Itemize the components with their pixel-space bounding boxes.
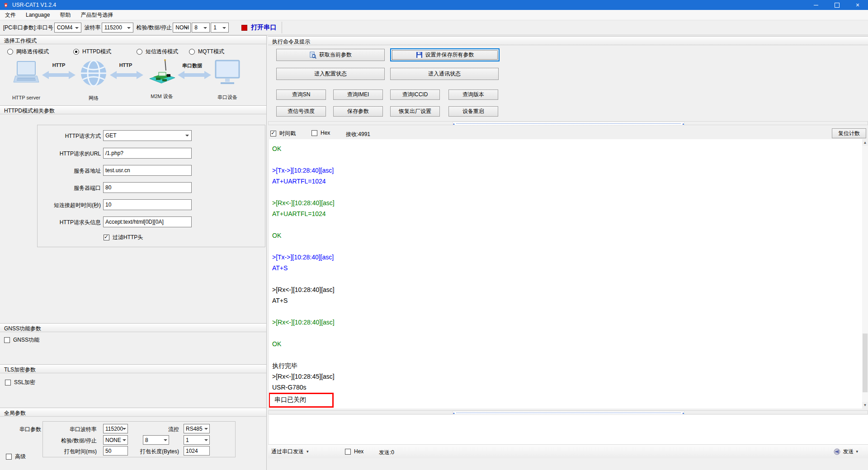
log-line: >[Rx<-][10:28:40][asc] [272, 317, 868, 328]
reset-count-button[interactable]: 复位计数 [832, 128, 866, 138]
scroll-up-button[interactable]: ▲ [862, 139, 868, 146]
field-label: HTTP请求头信息 [38, 219, 101, 226]
global-databits-select[interactable]: 8 [143, 435, 169, 445]
log-bottom-splitter[interactable]: ▴ ▴ [268, 410, 868, 414]
enter-comm-button[interactable]: 进入通讯状态 [390, 68, 499, 80]
log-vertical-scrollbar[interactable]: ▲ ▼ [862, 139, 868, 409]
log-line: AT+S [272, 295, 868, 306]
send-via-dropdown[interactable]: 通过串口发送 ▾ [271, 448, 309, 456]
log-top-splitter[interactable]: ▴ ▴ [268, 121, 868, 125]
enter-config-button[interactable]: 进入配置状态 [276, 68, 385, 80]
open-port-button[interactable]: 打开串口 [241, 24, 276, 32]
close-button[interactable]: × [847, 0, 868, 10]
pack-length-input[interactable]: 1024 [184, 446, 210, 456]
http-method-select[interactable]: GET [103, 130, 192, 141]
filter-http-header-checkbox[interactable]: ✓ 过滤HTTP头 [104, 234, 143, 241]
parity-select[interactable]: NONI [173, 23, 191, 33]
query-version-button[interactable]: 查询版本 [448, 89, 498, 100]
baud-label: 波特率 [85, 24, 101, 32]
link-label: HTTP [108, 62, 144, 68]
serial-toolbar: [PC串口参数]:串口号 COM4 波特率 115200 检验/数据/停止 NO… [0, 20, 868, 35]
gnss-checkbox[interactable]: GNSS功能 [4, 336, 39, 344]
button-label: 复位计数 [838, 130, 860, 137]
radio-mqtt-mode[interactable]: MQTT模式 [189, 48, 224, 55]
log-line: AT+UARTFL=1024 [272, 208, 868, 219]
open-port-label: 打开串口 [251, 24, 276, 32]
timeout-input[interactable]: 10 [103, 199, 192, 210]
factory-reset-button[interactable]: 恢复出厂设置 [390, 106, 440, 117]
global-baud-select[interactable]: 115200 [103, 424, 128, 433]
double-arrow-icon [109, 70, 144, 80]
databits-value: 8 [194, 24, 198, 31]
log-line [272, 273, 868, 284]
laptop-icon [13, 61, 40, 87]
server-address-input[interactable]: test.usr.cn [103, 165, 192, 176]
splitter-handle[interactable]: ▴ ▴ [453, 122, 684, 126]
databits-select[interactable]: 8 [192, 23, 210, 33]
select-value: 115200 [105, 426, 123, 432]
baud-select[interactable]: 115200 [102, 23, 133, 33]
stopbits-select[interactable]: 1 [211, 23, 229, 33]
button-label: 设备重启 [462, 108, 484, 115]
http-url-input[interactable]: /1.php? [103, 148, 192, 159]
com-port-value: COM4 [57, 24, 73, 31]
global-parity-select[interactable]: NONE [103, 435, 128, 445]
chevron-down-icon [123, 439, 126, 441]
link-label: HTTP [41, 62, 77, 68]
pack-time-input[interactable]: 50 [103, 446, 128, 456]
ssl-checkbox[interactable]: SSL加密 [5, 379, 35, 386]
button-label: 恢复出厂设置 [399, 108, 431, 115]
serial-params-label: 串口参数 [19, 426, 41, 433]
flow-control-select[interactable]: RS485 [184, 424, 210, 433]
input-value: 10 [105, 202, 111, 208]
radio-sms-transparent-mode[interactable]: 短信透传模式 [137, 48, 178, 55]
link-label: 串口数据 [174, 62, 210, 69]
query-imei-button[interactable]: 查询IMEI [333, 89, 383, 100]
save-params-button[interactable]: 保存参数 [333, 106, 383, 117]
radio-icon [189, 49, 195, 55]
minimize-icon [814, 5, 818, 5]
m2m-device-node: M2M 设备 [147, 59, 176, 87]
query-sn-button[interactable]: 查询SN [276, 89, 326, 100]
splitter-marker-icon: ▴ [682, 122, 684, 125]
save-icon [416, 52, 423, 58]
server-port-input[interactable]: 80 [103, 182, 192, 193]
right-panel: 执行命令及提示 获取当前参数 设置并保存所有参数 [268, 35, 868, 470]
scrollbar-thumb[interactable] [863, 334, 868, 392]
form-row: 短连接超时时间(秒) 10 [38, 199, 265, 210]
menu-language[interactable]: Language [21, 10, 55, 20]
radio-label: MQTT模式 [198, 48, 224, 56]
left-panel: 选择工作模式 网络透传模式 HTTPD模式 短信透传模式 MQTT模式 [0, 35, 267, 470]
get-params-button[interactable]: 获取当前参数 [276, 49, 385, 61]
log-line: >[Tx->][10:28:40][asc] [272, 252, 868, 263]
scroll-down-button[interactable]: ▼ [862, 402, 868, 409]
timestamp-checkbox[interactable]: ✓ 时间戳 [270, 130, 296, 137]
advanced-checkbox[interactable]: 高级 [6, 453, 26, 461]
global-stopbits-select[interactable]: 1 [184, 435, 210, 445]
device-reboot-button[interactable]: 设备重启 [448, 106, 498, 117]
log-area: OK >[Tx->][10:28:40][asc]AT+UARTFL=1024 … [269, 139, 868, 409]
maximize-button[interactable] [826, 0, 847, 10]
global-params-header: 全局参数 [0, 408, 266, 417]
recv-hex-checkbox[interactable]: Hex [311, 130, 330, 136]
input-value: 80 [105, 184, 111, 191]
send-button[interactable]: 发送 ▾ [834, 448, 858, 456]
select-value: GET [105, 132, 117, 139]
query-signal-button[interactable]: 查信号强度 [276, 106, 326, 117]
menu-product-model[interactable]: 产品型号选择 [75, 10, 118, 20]
query-iccid-button[interactable]: 查询ICCID [390, 89, 440, 100]
menu-file[interactable]: 文件 [0, 10, 21, 20]
close-icon: × [856, 2, 859, 8]
menu-help[interactable]: 帮助 [55, 10, 75, 20]
http-header-input[interactable]: Accept:text/html[0D][0A] [103, 216, 192, 227]
button-label: 查询IMEI [347, 91, 369, 99]
splitter-handle[interactable]: ▴ ▴ [453, 411, 684, 415]
radio-httpd-mode[interactable]: HTTPD模式 [73, 48, 111, 55]
send-hex-checkbox[interactable]: Hex [345, 448, 363, 455]
radio-net-transparent-mode[interactable]: 网络透传模式 [7, 48, 49, 55]
set-save-all-button[interactable]: 设置并保存所有参数 [390, 48, 500, 61]
send-input-area[interactable] [269, 415, 868, 444]
com-port-select[interactable]: COM4 [54, 23, 81, 33]
minimize-button[interactable] [806, 0, 826, 10]
log-line [272, 241, 868, 252]
